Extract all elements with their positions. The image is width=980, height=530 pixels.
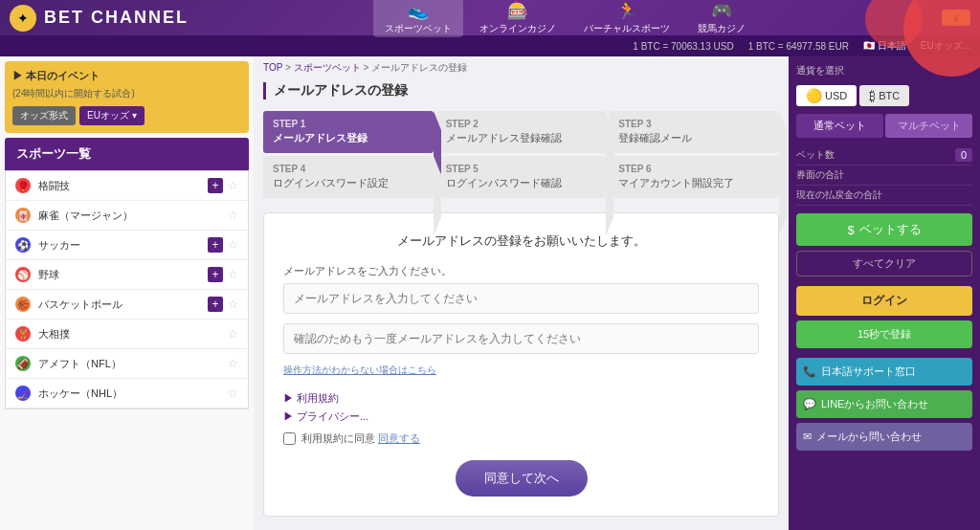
star-icon-nfl[interactable]: ☆ bbox=[228, 357, 238, 370]
usd-button[interactable]: 🟡 USD bbox=[796, 85, 857, 106]
page-title: メールアドレスの登録 bbox=[263, 82, 779, 99]
step-2-num: STEP 2 bbox=[446, 119, 597, 129]
bet-tabs: 通常ベット マルチベット bbox=[796, 114, 972, 138]
email-input[interactable] bbox=[283, 283, 759, 314]
sports-list-title: スポーツ一覧 bbox=[5, 138, 249, 170]
star-icon-nhl[interactable]: ☆ bbox=[228, 386, 238, 400]
nav-horse[interactable]: 🎮 競馬カジノ bbox=[686, 0, 757, 37]
sport-item-fighting[interactable]: 🥊 格闘技 + ☆ bbox=[6, 171, 248, 201]
bet-count-value: 0 bbox=[955, 148, 972, 162]
bet-info: ベット数 0 券面の合計 現在の払戻金の合計 bbox=[796, 145, 972, 206]
form-intro-text: メールアドレスの登録をお願いいたします。 bbox=[283, 232, 759, 250]
currency-label: 通貨を選択 bbox=[796, 64, 844, 77]
sports-items: 🥊 格闘技 + ☆ 🀄 麻雀（マージャン） ☆ ⚽ bbox=[5, 170, 249, 409]
step-2-label: メールアドレス登録確認 bbox=[446, 131, 597, 145]
logo-icon: ✦ bbox=[10, 5, 36, 32]
step-6: STEP 6 マイアカウント開設完了 bbox=[609, 156, 779, 198]
sport-dot-basketball: 🏀 bbox=[15, 297, 31, 312]
casino-icon: 🎰 bbox=[507, 0, 528, 21]
nav-casino[interactable]: 🎰 オンラインカジノ bbox=[468, 0, 568, 37]
eu-odds-button[interactable]: EUオッズ ▾ bbox=[79, 106, 145, 125]
sport-item-soccer[interactable]: ⚽ サッカー + ☆ bbox=[6, 231, 248, 260]
total-row: 現在の払戻金の合計 bbox=[796, 186, 972, 206]
tab-normal-bet[interactable]: 通常ベット bbox=[796, 114, 883, 138]
plus-btn-baseball[interactable]: + bbox=[208, 267, 223, 282]
sub-header: 1 BTC = 70063.13 USD 1 BTC = 64977.58 EU… bbox=[0, 35, 980, 56]
step-1: STEP 1 メールアドレス登録 bbox=[263, 111, 434, 153]
odds-buttons: オッズ形式 EUオッズ ▾ bbox=[12, 106, 241, 125]
terms-toggle[interactable]: 利用規約 bbox=[283, 391, 759, 406]
sport-item-mahjong[interactable]: 🀄 麻雀（マージャン） ☆ bbox=[6, 201, 248, 231]
sport-item-basketball[interactable]: 🏀 バスケットボール + ☆ bbox=[6, 290, 248, 320]
agree-checkbox-row: 利用規約に同意 同意する bbox=[283, 431, 759, 446]
register-button[interactable]: 15秒で登録 bbox=[796, 320, 972, 348]
currency-toggle: 通貨を選択 bbox=[796, 64, 972, 77]
bet-count-row: ベット数 0 bbox=[796, 145, 972, 166]
right-panel: 通貨を選択 🟡 USD ₿ BTC 通常ベット マルチベット ベット数 0 券面… bbox=[789, 56, 980, 530]
star-icon-sumo[interactable]: ☆ bbox=[228, 327, 238, 341]
sport-name-fighting: 格闘技 bbox=[38, 179, 70, 193]
email-input-label: メールアドレスをご入力ください。 bbox=[283, 264, 759, 278]
step-6-num: STEP 6 bbox=[618, 164, 769, 174]
sport-item-left-soccer: ⚽ サッカー bbox=[15, 237, 80, 253]
sport-name-baseball: 野球 bbox=[38, 268, 59, 282]
sport-item-nfl[interactable]: 🏈 アメフト（NFL） ☆ bbox=[6, 349, 248, 379]
breadcrumb-current: メールアドレスの登録 bbox=[371, 62, 467, 73]
line-button[interactable]: 💬 LINEからお問い合わせ bbox=[796, 390, 972, 418]
sport-name-soccer: サッカー bbox=[38, 238, 80, 253]
agree-checkbox[interactable] bbox=[283, 432, 296, 445]
bet-button[interactable]: $ ベットする bbox=[796, 213, 972, 246]
nav-horse-label: 競馬カジノ bbox=[698, 22, 746, 35]
logo-text: BET CHANNEL bbox=[44, 8, 189, 28]
star-icon-mahjong[interactable]: ☆ bbox=[228, 209, 238, 222]
btc-eur-rate: 1 BTC = 64977.58 EUR bbox=[748, 41, 849, 52]
plus-btn-fighting[interactable]: + bbox=[208, 178, 223, 193]
btc-label: BTC bbox=[879, 90, 900, 101]
sport-item-baseball[interactable]: ⚾ 野球 + ☆ bbox=[6, 260, 248, 290]
eu-odds-selector[interactable]: EUオッズ... bbox=[921, 39, 970, 53]
sport-item-left-nfl: 🏈 アメフト（NFL） bbox=[15, 356, 122, 371]
sport-item-left-mahjong: 🀄 麻雀（マージャン） bbox=[15, 208, 133, 223]
star-icon-fighting[interactable]: ☆ bbox=[228, 179, 238, 192]
sport-item-left-basketball: 🏀 バスケットボール bbox=[15, 297, 122, 312]
language-selector[interactable]: 🇯🇵 日本語 bbox=[863, 39, 906, 53]
star-icon-basketball[interactable]: ☆ bbox=[228, 298, 238, 311]
star-icon-soccer[interactable]: ☆ bbox=[228, 238, 238, 252]
header: ✦ BET CHANNEL 👟 スポーツベット 🎰 オンラインカジノ 🏃 バーチ… bbox=[0, 0, 980, 35]
plus-btn-basketball[interactable]: + bbox=[208, 297, 223, 312]
email-confirm-input[interactable] bbox=[283, 323, 759, 354]
terms-section: 利用規約 プライバシー... 利用規約に同意 同意する bbox=[283, 391, 759, 446]
star-icon-baseball[interactable]: ☆ bbox=[228, 268, 238, 281]
agree-link[interactable]: 同意する bbox=[378, 432, 420, 444]
steps-grid: STEP 1 メールアドレス登録 STEP 2 メールアドレス登録確認 STEP… bbox=[263, 111, 779, 198]
sport-item-sumo[interactable]: 🏋 大相撲 ☆ bbox=[6, 320, 248, 349]
bet-s-icon: $ bbox=[847, 223, 854, 237]
step-4-label: ログインパスワード設定 bbox=[273, 176, 424, 190]
breadcrumb-top[interactable]: TOP bbox=[263, 62, 282, 73]
login-button[interactable]: ログイン bbox=[796, 286, 972, 316]
nav-items: 👟 スポーツベット 🎰 オンラインカジノ 🏃 バーチャルスポーツ 🎮 競馬カジノ bbox=[208, 0, 923, 37]
nav-virtual-label: バーチャルスポーツ bbox=[584, 22, 670, 35]
privacy-toggle[interactable]: プライバシー... bbox=[283, 409, 759, 424]
sport-item-left: 🥊 格闘技 bbox=[15, 178, 70, 193]
mail-button[interactable]: ✉ メールから問い合わせ bbox=[796, 423, 972, 451]
currency-box[interactable]: 💰 bbox=[942, 10, 970, 26]
subtotal-label: 券面の合計 bbox=[796, 168, 844, 182]
clear-button[interactable]: すべてクリア bbox=[796, 251, 972, 276]
sports-icon: 👟 bbox=[408, 0, 429, 21]
step-5-label: ログインパスワード確認 bbox=[446, 176, 597, 190]
help-link[interactable]: 操作方法がわからない場合はこちら bbox=[283, 364, 759, 377]
nav-virtual[interactable]: 🏃 バーチャルスポーツ bbox=[572, 0, 681, 37]
btc-icon: ₿ bbox=[869, 88, 876, 103]
checkbox-label-text: 利用規約に同意 bbox=[301, 432, 375, 444]
nav-sports[interactable]: 👟 スポーツベット bbox=[373, 0, 463, 37]
sport-dot-soccer: ⚽ bbox=[15, 237, 31, 253]
submit-button[interactable]: 同意して次へ bbox=[456, 460, 588, 497]
plus-btn-soccer[interactable]: + bbox=[208, 237, 223, 253]
support-button[interactable]: 📞 日本語サポート窓口 bbox=[796, 358, 972, 386]
tab-multi-bet[interactable]: マルチベット bbox=[885, 114, 972, 138]
breadcrumb-sports[interactable]: スポーツベット bbox=[294, 62, 361, 73]
btc-button[interactable]: ₿ BTC bbox=[859, 85, 909, 106]
header-right: 💰 bbox=[942, 10, 970, 26]
sport-item-nhl[interactable]: 🏒 ホッケー（NHL） ☆ bbox=[6, 379, 248, 409]
